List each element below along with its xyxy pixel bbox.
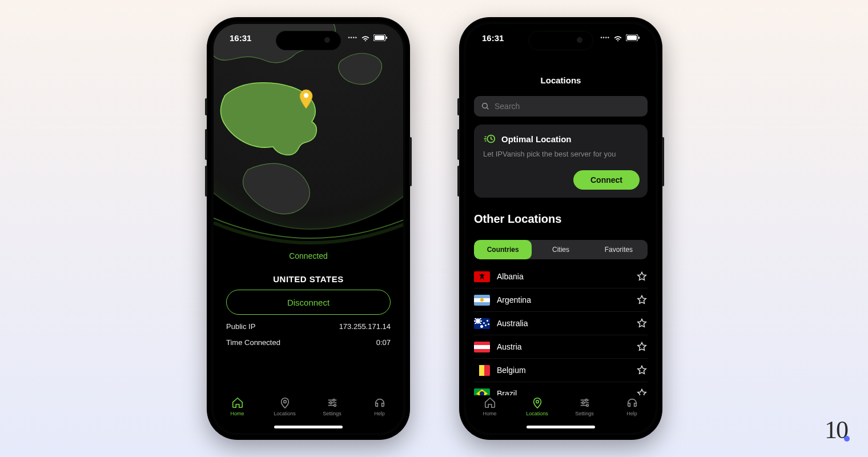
svg-point-14: [585, 399, 587, 401]
country-row[interactable]: Australia: [474, 312, 648, 335]
public-ip-value: 173.255.171.14: [339, 322, 391, 331]
svg-point-15: [582, 402, 584, 404]
country-row[interactable]: Albania: [474, 265, 648, 288]
flag-icon: [474, 318, 490, 329]
volume-button: [457, 98, 460, 115]
svg-point-16: [586, 404, 588, 406]
svg-rect-2: [386, 37, 387, 39]
connection-status: Connected: [214, 251, 403, 260]
dynamic-island: [276, 31, 341, 50]
tab-locations[interactable]: Locations: [513, 387, 561, 425]
location-icon: [531, 396, 544, 409]
status-time: 16:31: [230, 33, 251, 43]
time-connected-label: Time Connected: [226, 338, 280, 347]
svg-rect-10: [638, 37, 640, 39]
home-indicator: [274, 426, 343, 428]
home-icon: [484, 396, 496, 409]
volume-button: [205, 166, 207, 197]
watermark: 10: [825, 415, 853, 444]
disconnect-button[interactable]: Disconnect: [226, 290, 391, 315]
segment-cities[interactable]: Cities: [532, 240, 589, 259]
optimal-location-card: Optimal Location Let IPVanish pick the b…: [474, 125, 648, 198]
svg-point-4: [283, 400, 286, 403]
segment-control: Countries Cities Favorites: [474, 240, 648, 259]
help-icon: [626, 396, 638, 409]
public-ip-label: Public IP: [226, 322, 255, 331]
segment-countries[interactable]: Countries: [474, 240, 532, 259]
flag-icon: [474, 365, 490, 376]
svg-point-3: [304, 93, 308, 98]
other-locations-heading: Other Locations: [474, 213, 561, 226]
flag-icon: [474, 342, 490, 352]
power-button: [662, 137, 664, 186]
favorite-toggle[interactable]: [636, 271, 648, 282]
tab-locations[interactable]: Locations: [261, 387, 308, 425]
power-button: [409, 137, 412, 186]
svg-point-7: [333, 404, 336, 406]
battery-icon: [626, 34, 640, 41]
svg-rect-1: [375, 35, 384, 40]
dynamic-island: [528, 31, 593, 50]
settings-icon: [578, 396, 591, 409]
page-title: Locations: [466, 75, 656, 85]
volume-button: [457, 166, 460, 197]
connected-country: UNITED STATES: [214, 274, 403, 284]
tab-settings[interactable]: Settings: [561, 387, 608, 425]
search-field[interactable]: [495, 102, 641, 111]
battery-icon: [373, 34, 387, 41]
search-input[interactable]: [474, 96, 648, 117]
flag-icon: [474, 271, 490, 282]
search-icon: [481, 102, 490, 111]
svg-point-6: [329, 402, 332, 404]
tab-home[interactable]: Home: [466, 387, 513, 425]
country-row[interactable]: Argentina: [474, 288, 648, 312]
home-indicator: [527, 426, 595, 428]
favorite-toggle[interactable]: [636, 294, 648, 306]
connect-button[interactable]: Connect: [573, 170, 640, 190]
svg-rect-9: [627, 35, 637, 40]
country-row[interactable]: Austria: [474, 335, 648, 359]
favorite-toggle[interactable]: [636, 341, 648, 352]
country-row[interactable]: Belgium: [474, 359, 648, 382]
favorite-toggle[interactable]: [636, 318, 648, 329]
wifi-icon: [613, 34, 622, 41]
globe-map: [214, 24, 403, 230]
country-list[interactable]: Albania Argentina Australia Austria: [474, 265, 648, 395]
tab-home[interactable]: Home: [214, 387, 261, 425]
volume-button: [205, 98, 207, 115]
svg-point-13: [536, 400, 539, 403]
help-icon: [373, 396, 386, 409]
speed-icon: [483, 133, 496, 145]
cellular-icon: ••••: [600, 35, 610, 41]
favorite-toggle[interactable]: [636, 364, 648, 376]
phone-home: 16:31 ••••: [207, 17, 410, 440]
flag-icon: [474, 295, 490, 306]
volume-button: [457, 129, 460, 160]
wifi-icon: [361, 34, 370, 41]
segment-favorites[interactable]: Favorites: [590, 240, 648, 259]
tab-help[interactable]: Help: [356, 387, 403, 425]
status-time: 16:31: [482, 33, 504, 43]
optimal-subtitle: Let IPVanish pick the best server for yo…: [483, 150, 638, 158]
svg-point-11: [483, 103, 488, 109]
settings-icon: [326, 396, 339, 409]
svg-point-5: [332, 399, 335, 401]
volume-button: [205, 129, 207, 160]
time-connected-value: 0:07: [376, 338, 391, 347]
location-icon: [279, 396, 291, 409]
tab-help[interactable]: Help: [608, 387, 656, 425]
cellular-icon: ••••: [348, 35, 357, 41]
phone-locations: 16:31 •••• Locations Optimal Location Le…: [459, 17, 662, 440]
home-icon: [231, 396, 244, 409]
tab-settings[interactable]: Settings: [308, 387, 356, 425]
optimal-title: Optimal Location: [501, 134, 572, 144]
